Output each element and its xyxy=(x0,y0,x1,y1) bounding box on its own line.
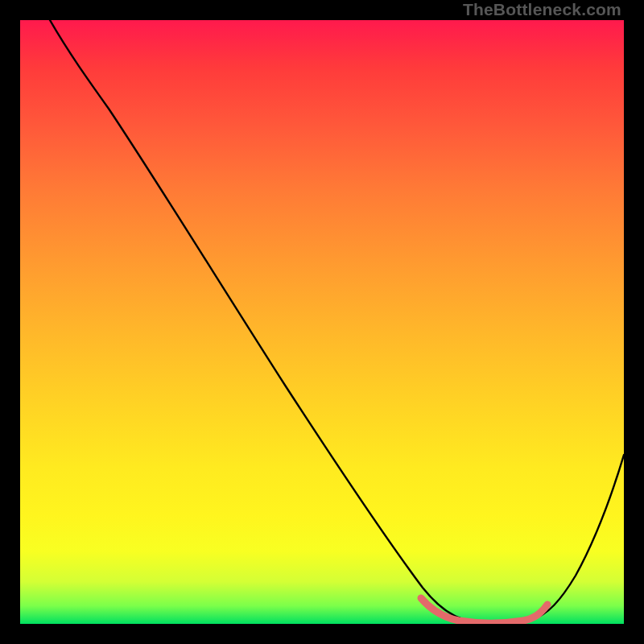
bottleneck-curve xyxy=(50,20,624,621)
chart-frame: TheBottleneck.com xyxy=(0,0,644,644)
curve-svg xyxy=(20,20,624,624)
plot-area xyxy=(20,20,624,624)
watermark-text: TheBottleneck.com xyxy=(463,0,621,19)
highlight-minimum xyxy=(421,598,547,623)
